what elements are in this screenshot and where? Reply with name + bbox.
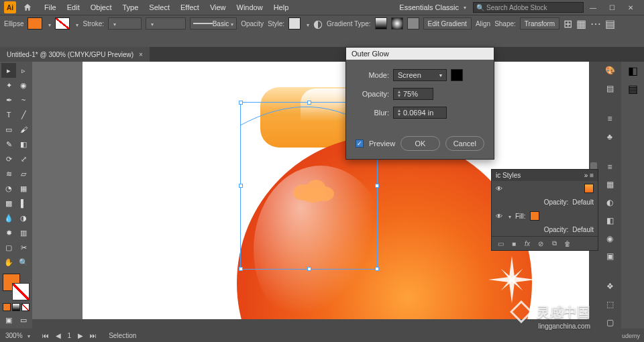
gradient-panel-icon[interactable]: ◐	[602, 196, 617, 209]
eyedropper-tool[interactable]: 💧	[1, 211, 16, 225]
align-pixel-icon[interactable]: ▦	[576, 17, 586, 30]
selection-handle[interactable]	[307, 267, 311, 271]
type-tool[interactable]: T	[1, 107, 16, 122]
width-tool[interactable]: ≋	[1, 166, 16, 181]
appearance-panel-icon[interactable]: ◉	[602, 232, 617, 245]
artboard-tool[interactable]: ▢	[1, 240, 16, 255]
opacity2-row-value[interactable]: Default	[572, 226, 594, 233]
column-graph-tool[interactable]: ▥	[16, 225, 31, 240]
tab-close-icon[interactable]: ×	[139, 51, 143, 58]
gradient-linear-icon[interactable]	[375, 17, 387, 30]
menu-edit[interactable]: Edit	[62, 2, 85, 13]
gradient-tool[interactable]: ▌	[16, 196, 31, 211]
first-page-icon[interactable]: ⏮	[42, 332, 49, 339]
zoom-tool[interactable]: 🔍	[16, 255, 31, 270]
menu-select[interactable]: Select	[144, 2, 175, 13]
swatches-panel-icon[interactable]: ▦	[602, 178, 617, 191]
hand-tool[interactable]: ✋	[1, 255, 16, 270]
lasso-tool[interactable]: ◉	[16, 78, 31, 93]
stroke-profile-dropdown[interactable]	[146, 17, 186, 30]
home-icon[interactable]	[21, 1, 34, 13]
eraser-tool[interactable]: ◧	[16, 137, 31, 152]
search-input[interactable]: 🔍 Search Adobe Stock	[473, 2, 584, 13]
color-mode-none[interactable]	[21, 303, 30, 311]
gradient-radial-icon[interactable]	[391, 17, 403, 30]
layers-panel-icon[interactable]: ❖	[602, 280, 617, 293]
add-fill-icon[interactable]: ■	[509, 239, 519, 248]
pen-tool[interactable]: ✒	[1, 93, 16, 107]
menu-help[interactable]: Help	[268, 2, 294, 13]
duplicate-icon[interactable]: ⧉	[549, 239, 559, 248]
recolor-icon[interactable]: ◐	[313, 17, 323, 30]
expand-icon[interactable]	[506, 213, 511, 220]
style-dropdown-icon[interactable]	[305, 17, 309, 30]
screen-mode-icon[interactable]: ▭	[16, 312, 31, 327]
color-mode-solid[interactable]	[3, 303, 11, 311]
color-guide-panel-icon[interactable]: ▤	[628, 82, 638, 95]
blend-tool[interactable]: ◑	[16, 211, 31, 225]
edit-gradient-button[interactable]: Edit Gradient	[423, 17, 472, 30]
selection-handle[interactable]	[239, 184, 243, 188]
zoom-level[interactable]: 300%	[5, 332, 30, 339]
stroke-dropdown-icon[interactable]	[74, 17, 78, 30]
shape-builder-tool[interactable]: ◔	[1, 181, 16, 196]
align-label[interactable]: Align	[476, 20, 490, 27]
artboards-panel-icon[interactable]: ▢	[602, 316, 617, 329]
artboard-nav[interactable]: ⏮ ◀ 1 ▶ ⏭	[42, 332, 97, 339]
free-transform-tool[interactable]: ▱	[16, 166, 31, 181]
delete-icon[interactable]: 🗑	[563, 239, 572, 248]
preview-checkbox[interactable]: ✓	[356, 139, 364, 148]
selection-handle[interactable]	[375, 184, 379, 188]
shape-btn-label[interactable]: Shape:	[494, 20, 516, 27]
slice-tool[interactable]: ✂	[16, 240, 31, 255]
panel-menu-icon[interactable]: » ≡	[584, 172, 594, 179]
add-effect-icon[interactable]: fx	[523, 239, 532, 248]
opacity-row-value[interactable]: Default	[572, 198, 594, 206]
document-tab[interactable]: Untitled-1* @ 300% (CMYK/GPU Preview) ×	[0, 47, 150, 62]
transparency-panel-icon[interactable]: ◧	[602, 214, 617, 227]
window-minimize-icon[interactable]: —	[584, 0, 602, 15]
selection-handle[interactable]	[239, 267, 243, 271]
symbol-sprayer-tool[interactable]: ✹	[1, 225, 16, 240]
window-close-icon[interactable]: ✕	[621, 0, 640, 15]
rotate-tool[interactable]: ⟳	[1, 152, 16, 166]
mesh-tool[interactable]: ▩	[1, 196, 16, 211]
menu-object[interactable]: Object	[85, 2, 117, 13]
draw-normal-icon[interactable]: ▣	[1, 312, 16, 327]
graphic-styles-panel-icon[interactable]: ▣	[602, 250, 617, 263]
ok-button[interactable]: OK	[400, 136, 439, 151]
menu-window[interactable]: Window	[231, 2, 268, 13]
last-page-icon[interactable]: ⏭	[90, 332, 97, 339]
selection-handle[interactable]	[239, 101, 243, 105]
asset-export-panel-icon[interactable]: ⬚	[602, 298, 617, 311]
style-swatch[interactable]	[288, 17, 301, 30]
selection-tool[interactable]: ▸	[1, 63, 16, 78]
panel-toggle-icon[interactable]: ▤	[605, 17, 615, 30]
brush-def-dropdown[interactable]: Basic	[190, 17, 237, 30]
stroke-color-box[interactable]	[12, 283, 30, 300]
scale-tool[interactable]: ⤢	[16, 152, 31, 166]
fill-row-swatch[interactable]	[530, 211, 539, 221]
selection-handle[interactable]	[307, 101, 311, 105]
direct-selection-tool[interactable]: ▹	[16, 63, 31, 78]
stroke-swatch[interactable]	[55, 17, 70, 30]
next-page-icon[interactable]: ▶	[78, 332, 83, 339]
properties-panel-icon[interactable]: 🎨	[602, 64, 617, 77]
isolate-icon[interactable]: ⊞	[564, 17, 572, 30]
transform-button[interactable]: Transform	[520, 17, 559, 30]
libraries-panel-icon[interactable]: ▤	[602, 82, 617, 95]
curvature-tool[interactable]: ~	[16, 93, 31, 107]
menu-effect[interactable]: Effect	[175, 2, 205, 13]
prev-page-icon[interactable]: ◀	[56, 332, 61, 339]
gradient-freeform-icon[interactable]	[407, 17, 419, 30]
menu-file[interactable]: File	[39, 2, 62, 13]
symbols-panel-icon[interactable]: ♣	[602, 130, 617, 143]
color-mode-gradient[interactable]	[12, 303, 20, 311]
mode-dropdown[interactable]: Screen▾	[393, 69, 447, 81]
horizontal-scrollbar[interactable]	[32, 319, 589, 329]
line-tool[interactable]: ╱	[16, 107, 31, 122]
magic-wand-tool[interactable]: ✦	[1, 78, 16, 93]
eye-icon[interactable]: 👁	[496, 185, 502, 192]
paintbrush-tool[interactable]: 🖌	[16, 122, 31, 137]
selection-handle[interactable]	[375, 267, 379, 271]
